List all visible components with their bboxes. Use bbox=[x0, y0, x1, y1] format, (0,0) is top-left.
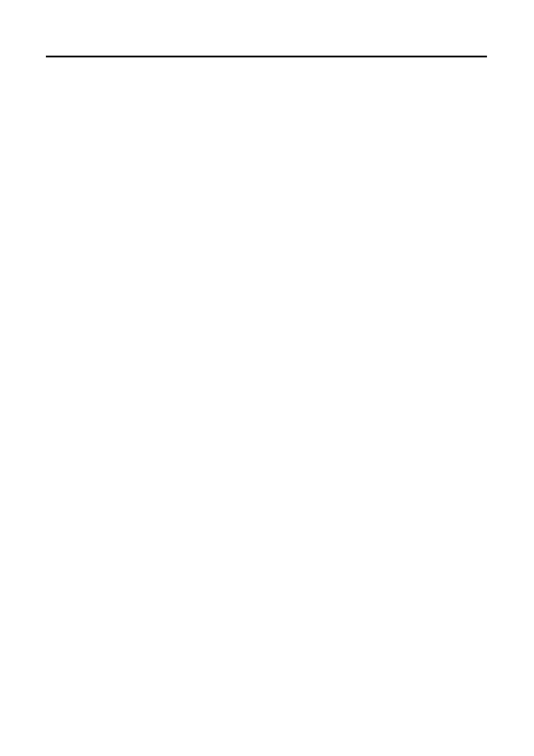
flowchart-diagram bbox=[0, 0, 534, 756]
